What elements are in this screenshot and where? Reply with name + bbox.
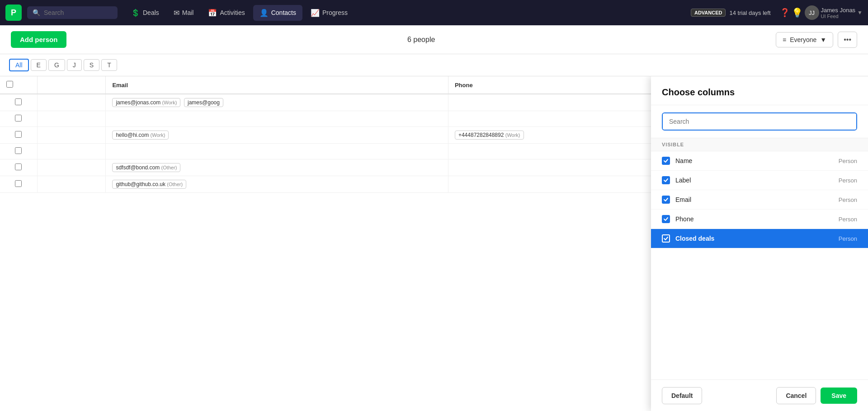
panel-search-bar[interactable] bbox=[662, 112, 857, 131]
col-name-header bbox=[37, 76, 106, 94]
user-chevron-icon: ▼ bbox=[857, 9, 863, 16]
row-checkbox[interactable] bbox=[15, 115, 22, 121]
column-name-item[interactable]: Name Person bbox=[651, 151, 868, 171]
everyone-chevron-icon: ▼ bbox=[820, 36, 826, 43]
visible-section-label: VISIBLE bbox=[651, 138, 868, 151]
row-checkbox[interactable] bbox=[15, 131, 22, 138]
add-person-button[interactable]: Add person bbox=[11, 31, 66, 48]
col-email-header: Email bbox=[106, 76, 448, 94]
column-closed-deals-checkbox[interactable] bbox=[662, 234, 670, 243]
column-label-label: Label bbox=[675, 177, 833, 184]
more-button[interactable]: ••• bbox=[838, 32, 857, 48]
people-count: 6 people bbox=[66, 36, 776, 44]
col-checkbox-header[interactable] bbox=[0, 76, 37, 94]
deals-icon: 💲 bbox=[131, 9, 140, 17]
save-button[interactable]: Save bbox=[821, 388, 857, 404]
username: James Jonas bbox=[821, 7, 856, 14]
column-email-label: Email bbox=[675, 196, 833, 203]
cancel-button[interactable]: Cancel bbox=[776, 387, 816, 404]
activities-icon: 📅 bbox=[208, 9, 217, 17]
panel-footer: Default Cancel Save bbox=[651, 379, 868, 411]
column-name-label: Name bbox=[675, 157, 833, 164]
column-phone-type: Person bbox=[839, 216, 857, 223]
row-checkbox[interactable] bbox=[15, 98, 22, 105]
email-badge: github@github.co.uk (Other) bbox=[112, 180, 186, 189]
default-button[interactable]: Default bbox=[662, 387, 702, 404]
email-badge: hello@hi.com (Work) bbox=[112, 131, 169, 140]
user-info[interactable]: James Jonas UI Feed bbox=[821, 7, 856, 19]
select-all-checkbox[interactable] bbox=[6, 81, 13, 88]
contacts-icon: 👤 bbox=[259, 9, 269, 17]
email-badge: sdfsdf@bond.com (Other) bbox=[112, 163, 180, 172]
nav-activities-label: Activities bbox=[220, 9, 245, 16]
nav-progress-label: Progress bbox=[322, 9, 348, 16]
alpha-btn-g[interactable]: G bbox=[48, 59, 65, 71]
progress-icon: 📈 bbox=[311, 9, 320, 17]
alpha-btn-all[interactable]: All bbox=[9, 59, 29, 71]
avatar: JJ bbox=[805, 5, 819, 20]
column-phone-item[interactable]: Phone Person bbox=[651, 210, 868, 229]
column-label-type: Person bbox=[839, 177, 857, 184]
nav-deals-label: Deals bbox=[143, 9, 159, 16]
column-closed-deals-item[interactable]: Closed deals Person bbox=[651, 229, 868, 248]
alpha-filter: All E G J S T bbox=[0, 54, 868, 76]
everyone-label: Everyone bbox=[790, 36, 816, 43]
alpha-btn-e[interactable]: E bbox=[31, 59, 47, 71]
user-subfeed: UI Feed bbox=[821, 14, 856, 19]
help-icon[interactable]: ❓ bbox=[780, 8, 790, 18]
nav-item-deals[interactable]: 💲 Deals bbox=[125, 5, 165, 21]
column-email-item[interactable]: Email Person bbox=[651, 190, 868, 210]
column-phone-checkbox[interactable] bbox=[662, 215, 670, 223]
row-checkbox[interactable] bbox=[15, 163, 22, 170]
filter-everyone-button[interactable]: ≡ Everyone ▼ bbox=[776, 32, 833, 47]
nav-item-progress[interactable]: 📈 Progress bbox=[304, 5, 354, 21]
filter-icon: ≡ bbox=[783, 36, 786, 43]
column-label-item[interactable]: Label Person bbox=[651, 171, 868, 190]
panel-title: Choose columns bbox=[651, 76, 868, 105]
mail-icon: ✉ bbox=[174, 9, 179, 17]
row-checkbox[interactable] bbox=[15, 180, 22, 187]
row-checkbox[interactable] bbox=[15, 147, 22, 154]
toolbar: Add person 6 people ≡ Everyone ▼ ••• bbox=[0, 25, 868, 54]
nav-contacts-label: Contacts bbox=[271, 9, 296, 16]
alpha-btn-j[interactable]: J bbox=[67, 59, 82, 71]
email-badge-2: james@goog bbox=[184, 98, 223, 107]
column-phone-label: Phone bbox=[675, 215, 833, 223]
column-closed-deals-label: Closed deals bbox=[675, 235, 833, 242]
column-closed-deals-type: Person bbox=[839, 235, 857, 242]
column-email-type: Person bbox=[839, 196, 857, 203]
search-bar[interactable]: 🔍 bbox=[27, 6, 118, 19]
columns-list: Name Person Label Person Email Person bbox=[651, 151, 868, 379]
column-name-type: Person bbox=[839, 158, 857, 164]
app-logo[interactable]: P bbox=[5, 5, 22, 21]
alpha-btn-s[interactable]: S bbox=[84, 59, 99, 71]
search-icon: 🔍 bbox=[33, 9, 40, 16]
column-name-checkbox[interactable] bbox=[662, 157, 670, 165]
nav-item-mail[interactable]: ✉ Mail bbox=[167, 5, 200, 21]
top-navigation: P 🔍 💲 Deals ✉ Mail 📅 Activities 👤 Contac… bbox=[0, 0, 868, 25]
choose-columns-panel: Choose columns VISIBLE Name Person Label… bbox=[651, 76, 868, 411]
column-label-checkbox[interactable] bbox=[662, 176, 670, 184]
nav-mail-label: Mail bbox=[182, 9, 194, 16]
column-email-checkbox[interactable] bbox=[662, 196, 670, 204]
trial-label: 14 trial days left bbox=[729, 9, 770, 16]
toolbar-right: ≡ Everyone ▼ ••• bbox=[776, 32, 857, 48]
phone-badge: +44487282848892 (Work) bbox=[455, 131, 524, 140]
bulb-icon[interactable]: 💡 bbox=[792, 7, 803, 18]
advanced-badge: ADVANCED bbox=[691, 9, 726, 17]
panel-search-input[interactable] bbox=[663, 113, 856, 130]
email-badge: james@jonas.com (Work) bbox=[112, 98, 180, 107]
nav-item-activities[interactable]: 📅 Activities bbox=[202, 5, 251, 21]
alpha-btn-t[interactable]: T bbox=[101, 59, 117, 71]
nav-item-contacts[interactable]: 👤 Contacts bbox=[253, 5, 302, 21]
search-input[interactable] bbox=[44, 9, 107, 16]
